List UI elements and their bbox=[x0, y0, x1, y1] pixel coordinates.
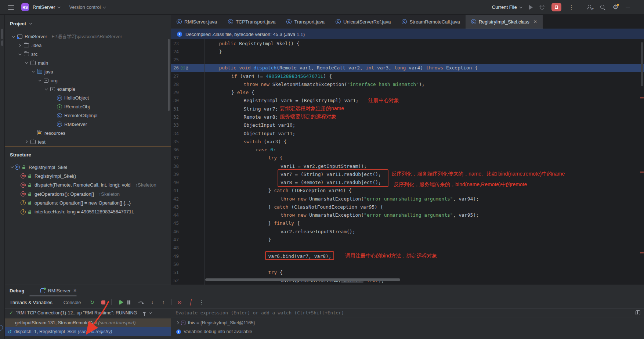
vertical-scrollbar[interactable] bbox=[641, 42, 643, 86]
chevron-down-icon[interactable] bbox=[38, 78, 41, 81]
code-line-48[interactable]: 48 bbox=[171, 244, 644, 252]
editor-tab-streamremotecall-java[interactable]: CStreamRemoteCall.java bbox=[396, 15, 465, 29]
tree-item-rmiserver[interactable]: CRMIServer bbox=[5, 120, 171, 129]
code-line-46[interactable]: 46var2.releaseInputStream(); bbox=[171, 227, 644, 235]
tree-item-java[interactable]: java bbox=[5, 67, 171, 76]
editor-tab-rmiserver-java[interactable]: CRMIServer.java bbox=[171, 15, 222, 29]
structure-item[interactable]: mdispatch(Remote, RemoteCall, int, long)… bbox=[5, 181, 171, 190]
code-line-25[interactable]: 25 bbox=[171, 56, 644, 64]
variable-this-row[interactable]: ≡ this = {RegistryImpl_Skel@1165} bbox=[171, 318, 644, 327]
code-editor[interactable]: 23public RegistryImpl_Skel() {24}2526↑@p… bbox=[171, 39, 644, 285]
step-out-icon[interactable]: ↑ bbox=[160, 299, 167, 305]
structure-item[interactable]: foperations: Operation[] = new Operation… bbox=[5, 198, 171, 207]
code-line-49[interactable]: 49var6.bind(var7, var8);调用注册中心的bind方法，绑定… bbox=[171, 252, 644, 260]
code-with-me-icon[interactable]: + bbox=[587, 5, 593, 10]
code-line-23[interactable]: 23public RegistryImpl_Skel() { bbox=[171, 39, 644, 47]
code-line-29[interactable]: 29} else { bbox=[171, 89, 644, 97]
code-line-37[interactable]: 37try { bbox=[171, 154, 644, 162]
chevron-down-icon[interactable] bbox=[11, 165, 14, 168]
tree-item-main[interactable]: main bbox=[5, 59, 171, 68]
close-icon[interactable]: ✕ bbox=[73, 288, 77, 293]
chevron-right-icon[interactable] bbox=[18, 44, 21, 47]
vcs-widget[interactable]: Version control bbox=[69, 4, 105, 10]
chevron-right-icon[interactable] bbox=[176, 321, 179, 324]
code-line-40[interactable]: 40var8 = (Remote) var11.readObject();反序列… bbox=[171, 178, 644, 187]
project-badge[interactable]: RS bbox=[21, 3, 29, 11]
code-line-32[interactable]: 32Remote var8;服务端要绑定的远程对象 bbox=[171, 113, 644, 121]
layout-settings-icon[interactable] bbox=[636, 310, 640, 315]
tree-item--idea[interactable]: .idea bbox=[5, 41, 171, 50]
main-menu-icon[interactable] bbox=[8, 5, 14, 10]
tree-item-rmiserver[interactable]: RmiServerE:\语言学习\java\code\RmiServer bbox=[5, 32, 171, 41]
step-into-icon[interactable]: ↓ bbox=[149, 299, 156, 305]
project-toolwindow-stripe-button[interactable] bbox=[1, 29, 3, 39]
run-icon[interactable] bbox=[529, 5, 533, 10]
run-configuration-selector[interactable]: Current File bbox=[492, 4, 521, 10]
project-scrollbar[interactable] bbox=[168, 39, 170, 111]
code-line-33[interactable]: 33ObjectInput var10; bbox=[171, 121, 644, 129]
debug-toolwindow-stripe-icon[interactable] bbox=[0, 325, 3, 331]
code-line-26[interactable]: 26↑@public void dispatch(Remote var1, Re… bbox=[171, 64, 644, 72]
tree-item-src[interactable]: src bbox=[5, 50, 171, 59]
stop-session-icon[interactable] bbox=[100, 300, 106, 304]
tab-threads-variables[interactable]: Threads & Variables bbox=[10, 300, 53, 305]
search-everywhere-icon[interactable] bbox=[600, 4, 605, 10]
project-panel-header[interactable]: Project bbox=[5, 15, 171, 32]
code-line-28[interactable]: 28throw new SkeletonMismatchException("i… bbox=[171, 80, 644, 88]
chevron-down-icon[interactable] bbox=[45, 87, 48, 90]
structure-toolwindow-stripe-button[interactable] bbox=[1, 40, 3, 46]
code-line-47[interactable]: 47} bbox=[171, 235, 644, 244]
chevron-down-icon[interactable] bbox=[149, 311, 152, 314]
settings-icon[interactable]: ⚙ bbox=[613, 4, 618, 10]
structure-item[interactable]: mRegistryImpl_Skel() bbox=[5, 172, 171, 180]
code-line-45[interactable]: 45} finally { bbox=[171, 219, 644, 227]
debug-icon[interactable] bbox=[540, 5, 544, 10]
debug-more-options-icon[interactable]: ⋮ bbox=[199, 299, 205, 305]
structure-item[interactable]: finterfaceHash: long = 49059128983456470… bbox=[5, 207, 171, 216]
tree-item-test[interactable]: test bbox=[5, 137, 171, 146]
chevron-down-icon[interactable] bbox=[25, 61, 28, 64]
tab-console[interactable]: Console bbox=[64, 300, 81, 305]
code-line-43[interactable]: 43} catch (ClassNotFoundException var95)… bbox=[171, 203, 644, 211]
filter-icon[interactable] bbox=[142, 312, 146, 314]
tree-item-example[interactable]: example bbox=[5, 85, 171, 94]
override-marker-icon[interactable]: ↑ bbox=[181, 66, 185, 70]
tree-item-remoteobjimpl[interactable]: CRemoteObjImpl bbox=[5, 111, 171, 120]
tree-item-helloobject[interactable]: CHelloObject bbox=[5, 94, 171, 102]
frame-row-dispatch[interactable]: ↺dispatch:-1, RegistryImpl_Skel(sun.rmi.… bbox=[5, 327, 171, 336]
evaluate-expression-input[interactable] bbox=[176, 310, 599, 315]
tree-item-iremoteobj[interactable]: IIRemoteObj bbox=[5, 102, 171, 111]
code-line-38[interactable]: 38var11 = var2.getInputStream(); bbox=[171, 162, 644, 170]
stop-button[interactable] bbox=[551, 3, 561, 11]
step-over-icon[interactable] bbox=[138, 300, 145, 304]
editor-tab-unicastserverref-java[interactable]: CUnicastServerRef.java bbox=[330, 15, 396, 29]
chevron-down-icon[interactable] bbox=[32, 70, 35, 73]
editor-tab-tcptransport-java[interactable]: CTCPTransport.java bbox=[222, 15, 281, 29]
minimize-icon[interactable] bbox=[626, 7, 630, 8]
horizontal-scrollbar[interactable] bbox=[205, 278, 400, 281]
mute-breakpoints-icon[interactable]: ⊘ bbox=[177, 299, 183, 305]
tree-item-resources[interactable]: resources bbox=[5, 129, 171, 137]
code-line-34[interactable]: 34ObjectInput var11; bbox=[171, 129, 644, 137]
rerun-icon[interactable]: ↻ bbox=[89, 299, 95, 305]
code-line-41[interactable]: 41} catch (IOException var94) { bbox=[171, 187, 644, 195]
close-icon[interactable]: ✕ bbox=[533, 19, 537, 24]
code-line-36[interactable]: 36case 0: bbox=[171, 145, 644, 154]
chevron-right-icon[interactable] bbox=[25, 140, 28, 143]
chevron-down-icon[interactable] bbox=[18, 52, 21, 55]
code-line-35[interactable]: 35switch (var3) { bbox=[171, 137, 644, 145]
pause-icon[interactable] bbox=[127, 300, 134, 304]
code-line-27[interactable]: 27if (var4 != 4905912898345647071L) { bbox=[171, 72, 644, 80]
code-line-30[interactable]: 30RegistryImpl var6 = (RegistryImpl) var… bbox=[171, 97, 644, 105]
code-line-42[interactable]: 42throw new UnmarshalException("error un… bbox=[171, 195, 644, 203]
more-actions-icon[interactable]: ⋮ bbox=[569, 4, 574, 11]
structure-item[interactable]: mgetOperations(): Operation[]↑Skeleton bbox=[5, 190, 171, 198]
frame-row-getinputstream[interactable]: getInputStream:131, StreamRemoteCall(sun… bbox=[5, 318, 171, 327]
code-line-44[interactable]: 44throw new UnmarshalException("error un… bbox=[171, 211, 644, 219]
debug-session-tab[interactable]: RMIServer ✕ bbox=[40, 288, 76, 293]
code-line-50[interactable]: 50 bbox=[171, 260, 644, 268]
thread-selector[interactable]: ✓ "RMI TCP Connection(1)-12...up "RMI Ru… bbox=[5, 309, 171, 317]
remove-breakpoints-icon[interactable]: ╱ bbox=[187, 299, 195, 306]
code-line-39[interactable]: 39var7 = (String) var11.readObject();反序列… bbox=[171, 170, 644, 178]
structure-item[interactable]: CRegistryImpl_Skel bbox=[5, 163, 171, 172]
